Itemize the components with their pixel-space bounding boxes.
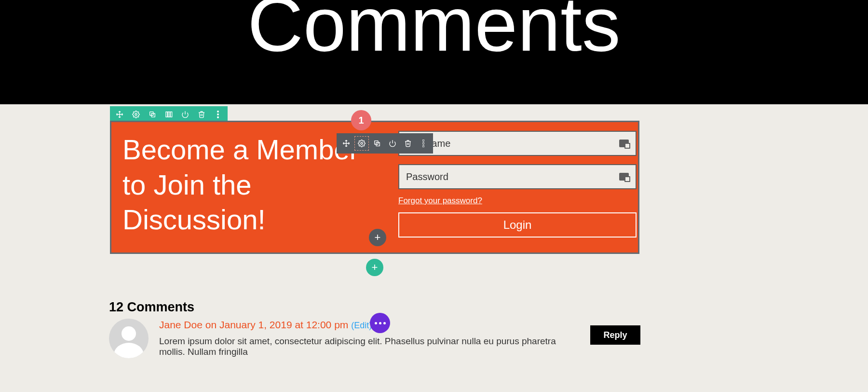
comments-heading: 12 Comments [109,300,194,315]
more-icon[interactable] [418,138,429,149]
svg-point-10 [361,142,363,144]
duplicate-icon[interactable] [371,138,383,149]
plus-icon: + [375,231,381,244]
comment-meta: Jane Doe on January 1, 2019 at 12:00 pm … [159,319,372,331]
add-row-button[interactable]: + [366,259,383,276]
svg-point-0 [135,113,137,115]
add-column-button[interactable]: + [369,229,386,246]
svg-rect-5 [170,112,172,117]
avatar [109,319,149,358]
toolbar-badge: 1 [351,110,371,130]
dot-icon [375,322,377,324]
builder-fab[interactable] [370,313,390,333]
power-icon[interactable] [179,109,191,120]
svg-point-14 [422,140,424,141]
lastpass-icon[interactable] [619,140,629,147]
trash-icon[interactable] [402,138,414,149]
svg-rect-3 [166,112,167,117]
forgot-password-link[interactable]: Forgot your password? [398,196,482,206]
gear-icon[interactable] [130,109,142,120]
membership-headline: Become a Member to Join the Discussion! [122,132,373,238]
hero-section: Comments [0,0,868,104]
move-icon[interactable] [340,138,352,149]
comment-on: on [205,319,217,330]
module-toolbar [337,133,433,154]
login-button[interactable]: Login [398,212,637,238]
login-label: Login [503,218,532,232]
svg-point-9 [217,116,219,118]
svg-point-7 [217,111,219,112]
power-icon[interactable] [387,138,398,149]
edit-link[interactable]: (Edit) [351,321,372,330]
svg-point-16 [422,145,424,147]
comment-date[interactable]: January 1, 2019 at 12:00 pm [219,319,348,330]
columns-icon[interactable] [163,109,175,120]
dot-icon [383,322,386,324]
username-input[interactable]: Username [398,131,637,156]
page-title: Comments [0,0,868,63]
svg-rect-4 [168,112,170,117]
comment-author[interactable]: Jane Doe [159,319,203,330]
svg-point-15 [422,142,424,144]
password-placeholder: Password [406,171,448,182]
duplicate-icon[interactable] [147,109,158,120]
trash-icon[interactable] [196,109,207,120]
row-toolbar [110,106,228,123]
reply-label: Reply [603,330,627,340]
plus-icon: + [372,261,378,274]
more-icon[interactable] [212,109,224,120]
dot-icon [379,322,381,324]
lastpass-icon[interactable] [619,173,629,181]
gear-icon[interactable] [356,138,367,149]
reply-button[interactable]: Reply [590,325,640,345]
svg-point-8 [217,113,219,115]
move-icon[interactable] [114,109,125,120]
comment-body: Lorem ipsum dolor sit amet, consectetur … [159,336,583,357]
password-input[interactable]: Password [398,164,637,189]
